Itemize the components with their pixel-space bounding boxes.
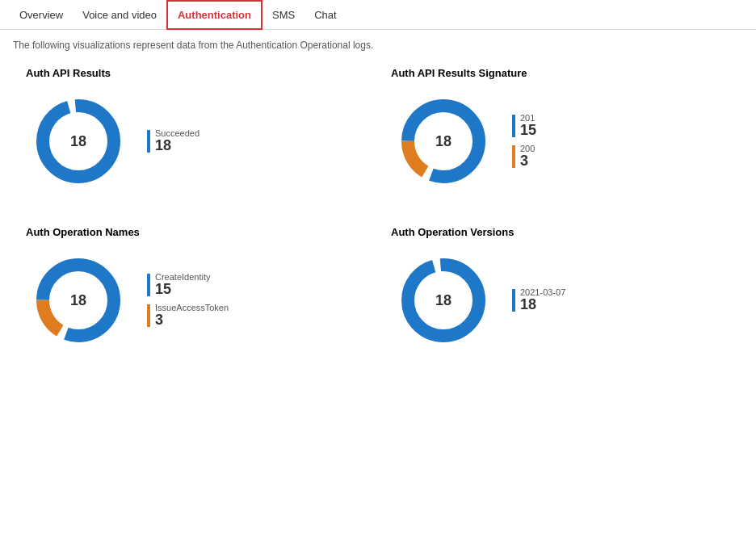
chart-inner: 18CreateIdentity15IssueAccessToken3 bbox=[26, 248, 365, 353]
legend-item: 2003 bbox=[512, 144, 536, 170]
chart-title: Auth Operation Names bbox=[26, 226, 365, 238]
legend-text: Succeeded18 bbox=[155, 128, 200, 154]
legend-item: Succeeded18 bbox=[147, 128, 200, 154]
main-content: The following visualizations represent d… bbox=[0, 30, 756, 362]
chart-auth-operation-versions: Auth Operation Versions182021-03-0718 bbox=[378, 226, 743, 353]
legend-value: 18 bbox=[155, 138, 200, 154]
chart-legend: 201152003 bbox=[512, 113, 536, 170]
subtitle: The following visualizations represent d… bbox=[13, 40, 743, 51]
legend-text: 2021-03-0718 bbox=[520, 287, 565, 313]
tab-chat[interactable]: Chat bbox=[304, 0, 346, 30]
legend-text: 20115 bbox=[520, 113, 536, 139]
donut-center-value: 18 bbox=[70, 292, 86, 309]
chart-title: Auth API Results bbox=[26, 67, 365, 79]
tab-authentication[interactable]: Authentication bbox=[166, 0, 262, 30]
chart-legend: 2021-03-0718 bbox=[512, 287, 565, 313]
legend-value: 3 bbox=[155, 312, 229, 329]
chart-auth-operation-names: Auth Operation Names18CreateIdentity15Is… bbox=[13, 226, 378, 353]
chart-inner: 18201152003 bbox=[391, 89, 730, 194]
legend-value: 15 bbox=[155, 282, 210, 298]
legend-color-bar bbox=[512, 289, 515, 312]
chart-inner: 182021-03-0718 bbox=[391, 248, 730, 353]
chart-auth-api-results: Auth API Results18Succeeded18 bbox=[13, 67, 378, 194]
charts-grid: Auth API Results18Succeeded18Auth API Re… bbox=[13, 67, 743, 353]
donut-chart: 18 bbox=[26, 89, 131, 194]
legend-item: IssueAccessToken3 bbox=[147, 303, 229, 329]
tab-bar: OverviewVoice and videoAuthenticationSMS… bbox=[0, 0, 756, 30]
legend-item: CreateIdentity15 bbox=[147, 272, 229, 298]
donut-chart: 18 bbox=[391, 89, 496, 194]
chart-title: Auth API Results Signature bbox=[391, 67, 730, 79]
legend-item: 2021-03-0718 bbox=[512, 287, 565, 313]
legend-value: 3 bbox=[520, 153, 535, 170]
legend-value: 15 bbox=[520, 123, 536, 139]
chart-legend: CreateIdentity15IssueAccessToken3 bbox=[147, 272, 229, 329]
legend-color-bar bbox=[147, 304, 150, 327]
legend-text: IssueAccessToken3 bbox=[155, 303, 229, 329]
donut-chart: 18 bbox=[26, 248, 131, 353]
tab-sms[interactable]: SMS bbox=[262, 0, 304, 30]
chart-inner: 18Succeeded18 bbox=[26, 89, 365, 194]
donut-chart: 18 bbox=[391, 248, 496, 353]
chart-title: Auth Operation Versions bbox=[391, 226, 730, 238]
chart-legend: Succeeded18 bbox=[147, 128, 200, 154]
legend-color-bar bbox=[512, 115, 515, 137]
donut-center-value: 18 bbox=[435, 133, 452, 150]
legend-label: IssueAccessToken bbox=[155, 303, 229, 312]
legend-text: CreateIdentity15 bbox=[155, 272, 210, 298]
tab-voice-and-video[interactable]: Voice and video bbox=[73, 0, 166, 30]
tab-overview[interactable]: Overview bbox=[10, 0, 73, 30]
legend-value: 18 bbox=[520, 297, 565, 313]
chart-auth-api-results-signature: Auth API Results Signature18201152003 bbox=[378, 67, 743, 194]
legend-color-bar bbox=[147, 130, 150, 153]
legend-color-bar bbox=[512, 145, 515, 168]
legend-text: 2003 bbox=[520, 144, 535, 170]
donut-center-value: 18 bbox=[435, 292, 452, 309]
donut-center-value: 18 bbox=[70, 133, 86, 150]
legend-item: 20115 bbox=[512, 113, 536, 139]
legend-color-bar bbox=[147, 274, 150, 296]
